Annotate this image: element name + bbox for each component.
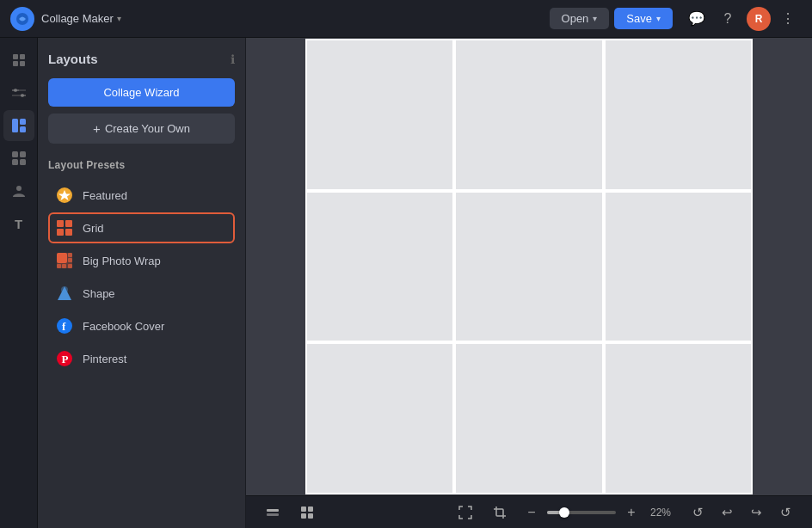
redo-icon[interactable]: ↪ [743,500,769,525]
svg-rect-1 [13,54,18,59]
svg-rect-29 [57,264,61,268]
svg-rect-40 [308,507,313,512]
svg-rect-2 [20,54,25,59]
svg-rect-31 [68,264,72,268]
svg-rect-23 [57,229,64,236]
crop-icon[interactable] [487,500,513,525]
svg-rect-12 [20,119,26,125]
zoom-controls: − + [521,502,642,523]
svg-rect-3 [13,61,18,66]
grid-cell-1[interactable] [454,39,603,191]
svg-rect-14 [12,151,18,157]
grid-cell-0[interactable] [305,39,454,191]
create-your-own-button[interactable]: + Create Your Own [48,114,235,144]
canvas-area: − + 22% ↺ ↩ ↪ ↺ [246,38,812,528]
svg-rect-42 [308,513,313,519]
undo-icon[interactable]: ↩ [714,500,740,525]
svg-rect-37 [267,509,279,512]
preset-item-big-photo-wrap[interactable]: Big Photo Wrap [48,245,235,276]
preset-pinterest-icon: P [55,349,74,368]
icon-nav: T [0,38,38,528]
svg-rect-11 [12,119,18,132]
presets-label: Layout Presets [48,159,235,171]
svg-rect-16 [12,159,18,165]
svg-rect-43 [496,509,503,516]
svg-point-18 [16,186,22,191]
svg-rect-27 [68,253,72,257]
preset-item-facebook-cover[interactable]: f Facebook Cover [48,310,235,341]
main-content: T Layouts ℹ Collage Wizard + Create Your… [0,38,812,528]
svg-rect-4 [20,61,25,66]
svg-rect-17 [20,159,26,165]
topbar: Collage Maker ▾ Open ▾ Save ▾ 💬 ? R ⋮ [0,0,812,38]
svg-rect-28 [68,258,72,262]
info-icon[interactable]: ℹ [231,52,235,66]
panel-header: Layouts ℹ [48,52,235,66]
nav-item-adjust[interactable] [3,77,34,108]
nav-item-images[interactable] [3,45,34,76]
chat-icon[interactable]: 💬 [683,5,710,33]
save-chevron-icon: ▾ [656,14,661,23]
panel-title: Layouts [48,52,98,66]
preset-item-shape[interactable]: Shape [48,278,235,309]
preset-item-pinterest[interactable]: P Pinterest [48,343,235,374]
svg-rect-26 [57,253,67,263]
app-logo[interactable] [10,7,34,31]
layers-icon[interactable] [260,500,286,525]
grid-cell-5[interactable] [604,191,753,343]
svg-text:P: P [62,353,69,365]
zoom-percentage: 22% [650,507,676,519]
grid-cell-6[interactable] [305,342,454,494]
collage-wizard-button[interactable]: Collage Wizard [48,78,235,107]
help-icon[interactable]: ? [714,5,741,33]
svg-rect-41 [301,513,306,519]
svg-rect-21 [57,220,64,227]
svg-rect-39 [301,507,306,512]
grid-cell-4[interactable] [454,191,603,343]
svg-rect-13 [20,126,26,132]
grid-view-icon[interactable] [294,500,320,525]
side-panel: Layouts ℹ Collage Wizard + Create Your O… [38,38,246,528]
preset-big-photo-wrap-icon [55,251,74,270]
svg-rect-30 [62,264,66,268]
zoom-slider[interactable] [547,511,616,514]
svg-rect-24 [65,229,72,236]
zoom-in-button[interactable]: + [621,502,642,523]
canvas-container[interactable] [246,38,812,495]
svg-text:f: f [62,320,66,333]
preset-item-grid[interactable]: Grid [48,212,235,243]
topbar-icons: 💬 ? [683,5,741,33]
plus-icon: + [93,121,101,136]
fit-screen-icon[interactable] [452,500,478,525]
open-chevron-icon: ▾ [593,14,597,23]
nav-item-layouts[interactable] [3,110,34,141]
bottom-right-icons: ↺ ↩ ↪ ↺ [685,500,798,525]
grid-cell-3[interactable] [305,191,454,343]
preset-featured-icon [55,186,74,205]
grid-cell-8[interactable] [604,342,753,494]
grid-cell-7[interactable] [454,342,603,494]
preset-grid-icon [55,218,74,237]
svg-rect-32 [61,286,68,293]
save-button[interactable]: Save ▾ [614,8,673,29]
grid-cell-2[interactable] [604,39,753,191]
nav-item-text[interactable]: T [3,208,34,239]
nav-item-elements[interactable] [3,143,34,174]
nav-item-people[interactable] [3,175,34,206]
preset-shape-icon [55,284,74,303]
refresh-icon[interactable]: ↺ [685,500,710,525]
open-button[interactable]: Open ▾ [550,8,610,29]
bottombar: − + 22% ↺ ↩ ↪ ↺ [246,495,812,528]
svg-rect-22 [65,220,72,227]
preset-facebook-icon: f [55,316,74,335]
canvas-grid [305,39,753,494]
app-name-chevron-icon: ▾ [117,14,121,23]
svg-rect-15 [20,151,26,157]
preset-item-featured[interactable]: Featured [48,180,235,211]
more-menu-icon[interactable]: ⋮ [774,5,802,33]
app-name-button[interactable]: Collage Maker ▾ [41,12,121,25]
zoom-out-button[interactable]: − [521,502,542,523]
settings-icon[interactable]: ↺ [772,500,798,525]
svg-rect-38 [267,513,279,516]
user-avatar[interactable]: R [747,7,771,31]
